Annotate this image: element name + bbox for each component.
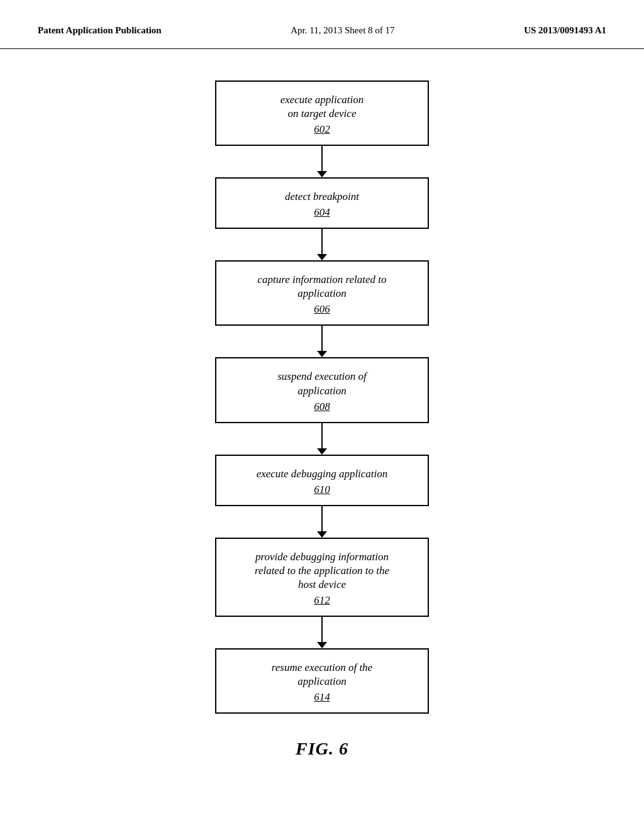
flow-box-610-text: execute debugging application (257, 468, 388, 480)
flow-box-606: capture information related toapplicatio… (215, 260, 429, 326)
flow-box-612: provide debugging informationrelated to … (215, 538, 429, 617)
flow-box-602-number: 602 (229, 123, 415, 136)
arrow-line (321, 229, 323, 254)
arrow-6 (317, 617, 327, 648)
flow-box-608: suspend execution ofapplication 608 (215, 357, 429, 423)
flow-box-614: resume execution of theapplication 614 (215, 648, 429, 714)
arrow-head (317, 351, 327, 357)
flow-box-610-number: 610 (229, 484, 415, 496)
arrow-head (317, 642, 327, 648)
flow-box-614-text: resume execution of theapplication (272, 661, 372, 687)
flow-box-606-number: 606 (229, 303, 415, 316)
arrow-line (321, 146, 323, 171)
arrow-5 (317, 506, 327, 538)
flow-box-602-text: execute applicationon target device (280, 94, 364, 119)
arrow-head (317, 531, 327, 538)
arrow-head (317, 254, 327, 260)
flow-box-608-text: suspend execution ofapplication (277, 370, 367, 396)
header-left: Patent Application Publication (38, 25, 162, 36)
flow-box-602: execute applicationon target device 602 (215, 80, 429, 146)
header-right: US 2013/0091493 A1 (524, 25, 606, 36)
flow-box-606-text: capture information related toapplicatio… (257, 274, 386, 299)
figure-label: FIG. 6 (296, 739, 348, 759)
arrow-4 (317, 423, 327, 455)
flow-box-610: execute debugging application 610 (215, 455, 429, 506)
flow-box-614-number: 614 (229, 691, 415, 704)
header-center: Apr. 11, 2013 Sheet 8 of 17 (291, 25, 394, 36)
arrow-line (321, 617, 323, 642)
flow-box-604-number: 604 (229, 206, 415, 219)
arrow-head (317, 448, 327, 455)
flow-box-612-number: 612 (229, 594, 415, 607)
flow-box-604-text: detect breakpoint (285, 191, 359, 202)
arrow-line (321, 423, 323, 448)
arrow-line (321, 326, 323, 351)
arrow-line (321, 506, 323, 531)
flow-box-604: detect breakpoint 604 (215, 177, 429, 229)
flow-box-612-text: provide debugging informationrelated to … (255, 551, 389, 590)
flow-box-608-number: 608 (229, 401, 415, 413)
arrow-3 (317, 326, 327, 357)
flow-diagram: execute applicationon target device 602 … (0, 49, 644, 759)
arrow-head (317, 171, 327, 177)
arrow-1 (317, 146, 327, 177)
page-header: Patent Application Publication Apr. 11, … (0, 0, 644, 49)
arrow-2 (317, 229, 327, 260)
